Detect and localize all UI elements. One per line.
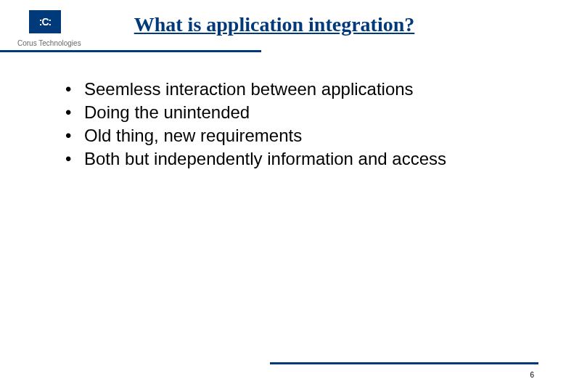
logo-glyph: :C: bbox=[39, 16, 51, 28]
list-item: Seemless interaction between application… bbox=[58, 78, 522, 100]
brand-logo: :C: bbox=[29, 10, 61, 33]
logo-mark: :C: bbox=[29, 10, 61, 33]
bullet-list: Seemless interaction between application… bbox=[58, 78, 522, 170]
list-item: Doing the unintended bbox=[58, 102, 522, 123]
header-divider bbox=[0, 50, 261, 52]
footer-divider bbox=[270, 362, 538, 364]
slide-header: :C: Corus Technologies What is applicati… bbox=[0, 0, 566, 52]
slide-title: What is application integration? bbox=[93, 13, 456, 36]
list-item: Old thing, new requirements bbox=[58, 125, 522, 147]
page-number: 6 bbox=[530, 371, 534, 379]
slide-content: Seemless interaction between application… bbox=[58, 78, 522, 171]
company-name: Corus Technologies bbox=[17, 39, 81, 47]
list-item: Both but independently information and a… bbox=[58, 148, 522, 170]
